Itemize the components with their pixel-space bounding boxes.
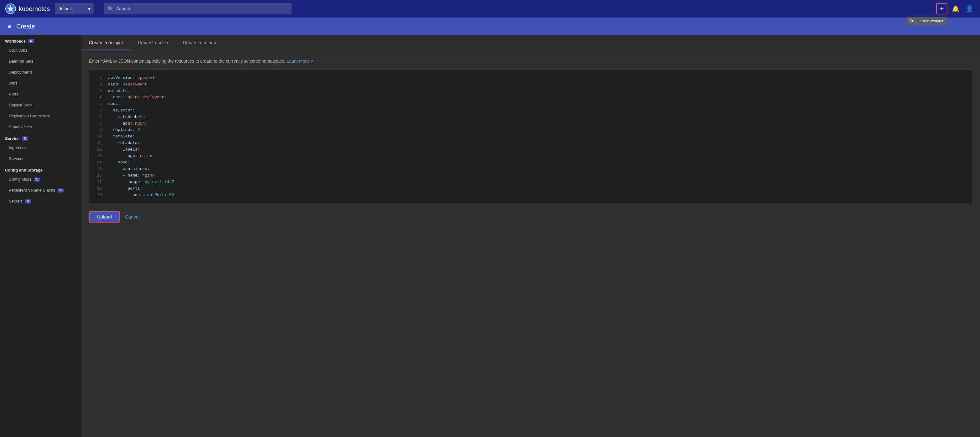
sidebar-item-deployments[interactable]: Deployments — [0, 66, 81, 78]
code-content: apiVersion: apps/v1 kind: Deployment met… — [108, 75, 967, 198]
content-area: Create from input Create from file Creat… — [81, 35, 980, 437]
upload-button[interactable]: Upload — [89, 211, 120, 223]
sidebar-item-services[interactable]: Services — [0, 153, 81, 164]
tab-create-from-input[interactable]: Create from input — [81, 35, 130, 50]
sidebar-item-jobs[interactable]: Jobs — [0, 78, 81, 89]
page-title: Create — [16, 23, 35, 30]
logo[interactable]: kubernetes — [5, 3, 50, 14]
nav-right: + Create new resource 🔔 👤 — [936, 3, 975, 14]
sidebar-section-service[interactable]: Service N — [0, 132, 81, 142]
bell-icon: 🔔 — [952, 5, 959, 13]
sidebar-item-cronjobs[interactable]: Cron Jobs — [0, 45, 81, 56]
menu-icon[interactable]: ≡ — [8, 23, 11, 30]
sidebar-item-ingresses[interactable]: Ingresses — [0, 142, 81, 153]
account-button[interactable]: 👤 — [964, 3, 975, 14]
header-bar: ≡ Create — [0, 17, 980, 35]
sidebar: Workloads N Cron Jobs Daemon Sets Deploy… — [0, 35, 81, 437]
account-icon: 👤 — [966, 5, 974, 13]
config-label: Config and Storage — [5, 168, 43, 173]
main-layout: Workloads N Cron Jobs Daemon Sets Deploy… — [0, 35, 980, 437]
kubernetes-logo-icon — [5, 3, 16, 14]
learn-more-link[interactable]: Learn more ↗ — [287, 59, 313, 63]
search-input[interactable] — [116, 6, 288, 11]
external-link-icon: ↗ — [310, 59, 313, 63]
notifications-button[interactable]: 🔔 — [950, 3, 961, 14]
sidebar-item-secrets[interactable]: Secrets N — [0, 196, 81, 207]
namespace-dropdown[interactable]: default kube-system — [55, 3, 94, 14]
plus-icon: + — [940, 5, 943, 13]
tabs-bar: Create from input Create from file Creat… — [81, 35, 980, 51]
tab-create-from-form[interactable]: Create from form — [175, 35, 224, 50]
sidebar-item-configmaps[interactable]: Config Maps N — [0, 174, 81, 185]
top-nav: kubernetes default kube-system 🔍 + Creat… — [0, 0, 980, 17]
line-numbers: 12345 678910 1112131415 16171819 — [94, 75, 102, 198]
code-editor[interactable]: 12345 678910 1112131415 16171819 apiVers… — [89, 70, 972, 204]
sidebar-item-statefulsets[interactable]: Stateful Sets — [0, 122, 81, 132]
cancel-button[interactable]: Cancel — [125, 214, 140, 219]
sidebar-item-daemonsets[interactable]: Daemon Sets — [0, 56, 81, 66]
sidebar-item-pods[interactable]: Pods — [0, 89, 81, 100]
sidebar-item-replicationcontrollers[interactable]: Replication Controllers — [0, 111, 81, 122]
sidebar-section-config[interactable]: Config and Storage — [0, 164, 81, 174]
tab-create-from-file[interactable]: Create from file — [130, 35, 175, 50]
search-icon: 🔍 — [107, 6, 114, 12]
content-inner: Enter YAML or JSON content specifying th… — [81, 51, 980, 230]
sidebar-section-workloads[interactable]: Workloads N — [0, 35, 81, 45]
search-bar[interactable]: 🔍 — [104, 3, 292, 14]
logo-text: kubernetes — [19, 5, 50, 13]
sidebar-item-replicasets[interactable]: Replica Sets — [0, 100, 81, 111]
service-label: Service — [5, 136, 19, 141]
editor-description: Enter YAML or JSON content specifying th… — [89, 58, 972, 65]
service-badge: N — [22, 136, 28, 141]
workloads-badge: N — [28, 39, 34, 43]
namespace-selector[interactable]: default kube-system — [55, 3, 94, 14]
workloads-label: Workloads — [5, 39, 26, 44]
create-resource-button[interactable]: + — [936, 3, 947, 14]
action-bar: Upload Cancel — [89, 211, 972, 223]
sidebar-item-pvc[interactable]: Persistent Volume Claims N — [0, 185, 81, 196]
